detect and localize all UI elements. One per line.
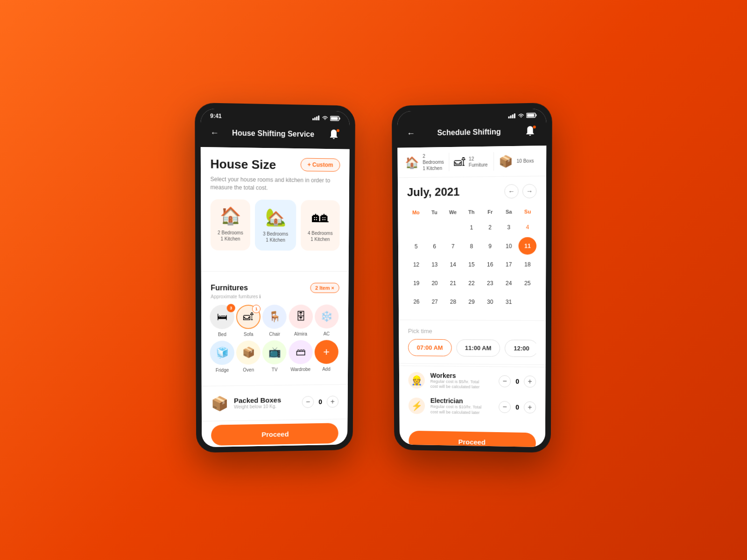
wifi-icon <box>322 116 328 120</box>
cal-day-22[interactable]: 22 <box>463 274 480 292</box>
cal-day-23[interactable]: 23 <box>481 274 499 292</box>
cal-day-4[interactable]: 4 <box>519 218 536 236</box>
cal-day-31[interactable]: 31 <box>500 293 518 311</box>
cal-day-20[interactable]: 20 <box>426 274 444 292</box>
cal-day-26[interactable]: 26 <box>408 293 425 310</box>
svg-rect-5 <box>331 117 338 119</box>
wardrobe-icon: 🗃 <box>296 346 306 358</box>
cal-prev-btn[interactable]: ← <box>504 184 518 199</box>
cal-day-10[interactable]: 10 <box>500 237 518 255</box>
time-option-1200[interactable]: 12:00 <box>505 339 536 357</box>
oven-label: Oven <box>243 367 254 372</box>
signal-icon <box>312 115 320 120</box>
sofa-icon: 🛋 <box>243 311 254 323</box>
svg-rect-9 <box>512 114 514 118</box>
signal-icon-2 <box>508 113 516 119</box>
proceed-button-2[interactable]: Proceed <box>409 431 536 447</box>
cal-day-6[interactable]: 6 <box>426 238 444 255</box>
time-option-1100am[interactable]: 11:00 AM <box>456 339 500 357</box>
cal-day-15[interactable]: 15 <box>463 256 480 273</box>
furniture-chair[interactable]: 🪑 Chair <box>263 304 286 336</box>
tv-icon: 📺 <box>268 346 281 358</box>
battery-icon <box>330 116 340 121</box>
worker-minus-btn[interactable]: − <box>499 375 511 387</box>
house-option-3bed[interactable]: 🏡 3 Bedrooms1 Kitchen <box>255 199 296 250</box>
cal-day-19[interactable]: 19 <box>408 274 425 292</box>
box-plus-btn[interactable]: + <box>327 396 339 408</box>
chair-label: Chair <box>269 331 280 336</box>
cal-day-21[interactable]: 21 <box>444 274 462 292</box>
cal-day-16[interactable]: 16 <box>481 256 499 273</box>
custom-button[interactable]: + Custom <box>301 158 340 172</box>
cal-day-5[interactable]: 5 <box>408 238 425 255</box>
cal-day-27[interactable]: 27 <box>426 293 443 311</box>
cal-day-13[interactable]: 13 <box>426 256 444 274</box>
furniture-add[interactable]: + Add <box>315 340 338 371</box>
cal-header-tu: Tu <box>426 207 444 218</box>
furniture-oven[interactable]: 📦 Oven <box>237 340 260 372</box>
house-option-4bed[interactable]: 🏘 4 Bedrooms1 Kitchen <box>301 200 340 251</box>
svg-rect-13 <box>536 114 536 116</box>
bell-button-2[interactable] <box>523 125 537 138</box>
back-button-1[interactable]: ← <box>210 128 218 138</box>
calendar-month-year: July, 2021 <box>407 185 460 199</box>
cal-day-12[interactable]: 12 <box>408 256 425 274</box>
electrician-minus-btn[interactable]: − <box>499 401 511 413</box>
cal-day-30[interactable]: 30 <box>481 293 499 311</box>
cal-day-7[interactable]: 7 <box>444 238 462 255</box>
cal-nav: ← → <box>504 184 536 198</box>
worker-plus-btn[interactable]: + <box>524 376 536 388</box>
house-label-2bed: 2 Bedrooms1 Kitchen <box>214 230 247 242</box>
summary-furniture: 🛋 12 Furniture <box>449 152 494 171</box>
bell-dot-1 <box>337 129 339 132</box>
cal-day-28[interactable]: 28 <box>444 293 462 311</box>
proceed-button-1[interactable]: Proceed <box>211 423 338 446</box>
cal-day-18[interactable]: 18 <box>519 256 536 273</box>
furniture-tv[interactable]: 📺 TV <box>263 340 286 372</box>
item-badge[interactable]: 2 Item × <box>310 283 339 293</box>
bed-count: 3 <box>227 304 235 312</box>
summary-furniture-icon: 🛋 <box>454 155 465 168</box>
phone-2: ← Schedule Shifting 🏠 2 Bedrooms1 Kitc <box>392 103 552 453</box>
bell-button-1[interactable] <box>327 128 340 141</box>
ac-label: AC <box>324 331 330 336</box>
box-minus-btn[interactable]: − <box>302 396 314 408</box>
workers-section: 👷 Workers Regular cost is $5/hr. Totalco… <box>399 365 546 429</box>
worker-title: Workers <box>430 371 493 379</box>
furniture-bed[interactable]: 🛏 3 Bed <box>211 305 233 337</box>
wardrobe-label: Wardrobe <box>290 367 310 372</box>
cal-day-1[interactable]: 1 <box>463 218 480 236</box>
time-option-700am[interactable]: 07:00 AM <box>408 339 451 356</box>
cal-empty-3 <box>444 219 462 237</box>
electrician-counter: − 0 + <box>499 401 536 413</box>
cal-day-29[interactable]: 29 <box>463 293 480 311</box>
time-section: Pick time 07:00 AM 11:00 AM 12:00 <box>399 322 546 363</box>
furniture-fridge[interactable]: 🧊 Fridge <box>211 341 234 373</box>
cal-next-btn[interactable]: → <box>522 184 537 198</box>
cal-day-14[interactable]: 14 <box>444 256 462 273</box>
electrician-plus-btn[interactable]: + <box>524 401 536 413</box>
cal-day-2[interactable]: 2 <box>481 218 499 236</box>
furniture-almira[interactable]: 🗄 Almira <box>289 304 312 336</box>
cal-day-9[interactable]: 9 <box>481 237 499 255</box>
svg-rect-10 <box>514 113 515 118</box>
cal-day-25[interactable]: 25 <box>519 274 536 292</box>
cal-day-8[interactable]: 8 <box>463 237 480 255</box>
worker-avatar: 👷 <box>408 372 424 389</box>
packed-boxes-section: 📦 Packed Boxes Weight below 10 Kg. − 0 + <box>202 386 348 419</box>
header-title-1: House Shifting Service <box>219 129 327 139</box>
summary-box-text: 10 Boxs <box>517 158 534 164</box>
furniture-sofa[interactable]: 🛋 1 Sofa <box>237 305 260 337</box>
back-button-2[interactable]: ← <box>407 128 415 139</box>
calendar-grid: Mo Tu We Th Fr Sa Su 1 2 3 <box>407 206 536 311</box>
house-option-2bed[interactable]: 🏠 2 Bedrooms1 Kitchen <box>211 199 250 250</box>
cal-day-11[interactable]: 11 <box>519 237 536 255</box>
furniture-wardrobe[interactable]: 🗃 Wardrobe <box>289 340 312 371</box>
cal-day-3[interactable]: 3 <box>500 218 518 236</box>
house-icon-2bed: 🏠 <box>214 206 247 226</box>
cal-day-24[interactable]: 24 <box>500 274 518 292</box>
cal-day-17[interactable]: 17 <box>500 256 518 273</box>
furniture-ac[interactable]: ❄️ AC <box>316 304 338 336</box>
svg-rect-3 <box>318 116 319 120</box>
house-icon-4bed: 🏘 <box>304 206 336 226</box>
